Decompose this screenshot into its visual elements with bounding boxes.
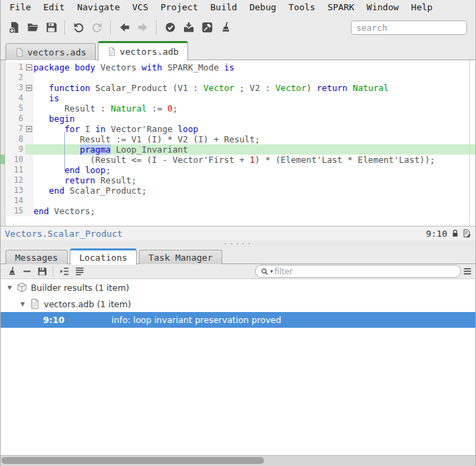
toolbar-separator: [53, 266, 53, 276]
expander-icon[interactable]: ▼: [6, 285, 13, 291]
line-number: 4: [6, 93, 25, 103]
open-folder-button[interactable]: [23, 18, 42, 37]
code-editor[interactable]: 1package body Vectors with SPARK_Mode is…: [1, 60, 475, 226]
check-badge-icon: [164, 21, 176, 34]
code-line[interactable]: 13 end Scalar_Product;: [6, 185, 475, 196]
menu-build[interactable]: Build: [204, 1, 243, 14]
right-margin-line: [469, 60, 470, 226]
fold-toggle[interactable]: [26, 85, 32, 91]
clean-button[interactable]: [4, 265, 19, 278]
filter-dropdown-caret[interactable]: ▼: [270, 269, 273, 274]
code-text: [34, 73, 475, 83]
line-number: 9: [6, 144, 25, 155]
panel-menu-button[interactable]: [461, 266, 473, 277]
forward-button[interactable]: [133, 18, 152, 37]
code-line[interactable]: 6 begin: [6, 114, 475, 124]
save-button[interactable]: [42, 18, 60, 37]
remove-button[interactable]: [19, 265, 34, 278]
line-number: 6: [6, 114, 25, 124]
clean-icon: [7, 266, 17, 276]
code-line[interactable]: 3 function Scalar_Product (V1 : Vector ;…: [6, 83, 475, 93]
code-line[interactable]: 4 is: [6, 93, 475, 103]
speed-column[interactable]: [1, 60, 5, 226]
save-button[interactable]: [34, 265, 49, 278]
fold-column: [25, 62, 34, 73]
tab-vectors-adb[interactable]: vectors.adb: [98, 41, 188, 61]
fold-column: [25, 124, 34, 134]
menu-help[interactable]: Help: [405, 1, 438, 14]
scrollbar-thumb[interactable]: [1, 457, 264, 464]
menu-navigate[interactable]: Navigate: [71, 1, 127, 14]
collapse-all-icon: [75, 266, 85, 276]
code-text: end Vectors;: [34, 206, 475, 216]
menu-project[interactable]: Project: [155, 1, 204, 14]
back-button[interactable]: [115, 18, 133, 37]
tab-vectors-ads[interactable]: vectors.ads: [5, 43, 96, 60]
tree-file-row[interactable]: ▼vectors.adb (1 item): [1, 296, 475, 312]
code-text: Result := V1 (I) * V2 (I) + Result;: [34, 134, 475, 144]
menu-debug[interactable]: Debug: [243, 1, 282, 14]
redo-button[interactable]: [88, 18, 106, 37]
install-button[interactable]: [179, 18, 198, 37]
check-badge-button[interactable]: [161, 18, 179, 37]
code-line[interactable]: 14: [6, 196, 475, 206]
horizontal-scrollbar[interactable]: [1, 455, 475, 466]
menu-window[interactable]: Window: [360, 1, 405, 14]
collapse-all-button[interactable]: [72, 265, 87, 278]
code-line[interactable]: 12 return Result;: [6, 175, 475, 185]
editor-status-bar: Vectors.Scalar_Product 9:10: [1, 226, 475, 240]
menu-file[interactable]: File: [3, 1, 37, 14]
expand-all-icon: [60, 266, 70, 276]
forward-icon: [137, 21, 149, 34]
fold-column: [25, 114, 34, 124]
tab-locations[interactable]: Locations: [70, 248, 137, 265]
code-text: function Scalar_Product (V1 : Vector ; V…: [34, 83, 475, 93]
build-button[interactable]: [198, 18, 216, 37]
line-number: 5: [6, 103, 25, 114]
new-file-button[interactable]: [5, 18, 23, 37]
splitter-grip[interactable]: ·····: [223, 242, 252, 246]
menu-edit[interactable]: Edit: [37, 1, 70, 14]
speed-column-mark: [1, 155, 5, 164]
code-line[interactable]: 5 Result : Natural := 0;: [6, 103, 475, 114]
code-line[interactable]: 2: [6, 73, 475, 83]
fold-toggle[interactable]: [26, 126, 32, 132]
line-number: 14: [6, 196, 25, 206]
code-line[interactable]: 15end Vectors;: [6, 206, 475, 216]
code-line[interactable]: 1package body Vectors with SPARK_Mode is: [6, 62, 475, 73]
page-edit-icon: [462, 229, 471, 238]
line-number: 7: [6, 124, 25, 134]
location-entry[interactable]: 9:10info: loop invariant preservation pr…: [1, 312, 475, 328]
menu-vcs[interactable]: VCS: [126, 1, 154, 14]
toolbar-separator: [110, 20, 111, 35]
search-input[interactable]: [351, 21, 467, 35]
expand-all-button[interactable]: [57, 265, 72, 278]
code-line[interactable]: 10 (Result <= (I - Vector'First + 1) * (…: [6, 155, 475, 165]
menu-bar: FileEditNavigateVCSProjectBuildDebugTool…: [1, 0, 475, 14]
tab-task-manager[interactable]: Task Manager: [139, 250, 222, 264]
filter-input[interactable]: [274, 267, 455, 276]
line-number: 12: [6, 175, 25, 185]
tab-messages[interactable]: Messages: [5, 250, 68, 264]
tab-label: vectors.ads: [27, 47, 86, 57]
clean-button[interactable]: [216, 18, 235, 37]
code-line[interactable]: 8 Result := V1 (I) * V2 (I) + Result;: [6, 134, 475, 144]
undo-icon: [72, 21, 85, 34]
package-icon: [16, 282, 27, 293]
tree-group-row[interactable]: ▼Builder results (1 item): [1, 279, 475, 296]
undo-button[interactable]: [69, 18, 88, 37]
expander-icon[interactable]: ▼: [19, 301, 26, 307]
fold-column: [25, 93, 34, 103]
pane-splitter[interactable]: ·····: [1, 240, 475, 248]
filter-entry[interactable]: ▼: [255, 265, 461, 278]
line-number: 2: [6, 73, 25, 83]
code-line[interactable]: 9 pragma Loop_Invariant: [6, 144, 475, 155]
code-line[interactable]: 7 for I in Vector'Range loop: [6, 124, 475, 134]
fold-toggle[interactable]: [26, 64, 32, 70]
editor-tab-bar: vectors.adsvectors.adb: [1, 40, 475, 60]
code-line[interactable]: 11 end loop;: [6, 165, 475, 175]
current-subprogram[interactable]: Vectors.Scalar_Product: [5, 229, 122, 239]
magnifier-icon[interactable]: [261, 268, 269, 276]
menu-tools[interactable]: Tools: [282, 1, 321, 14]
menu-spark[interactable]: SPARK: [321, 1, 360, 14]
